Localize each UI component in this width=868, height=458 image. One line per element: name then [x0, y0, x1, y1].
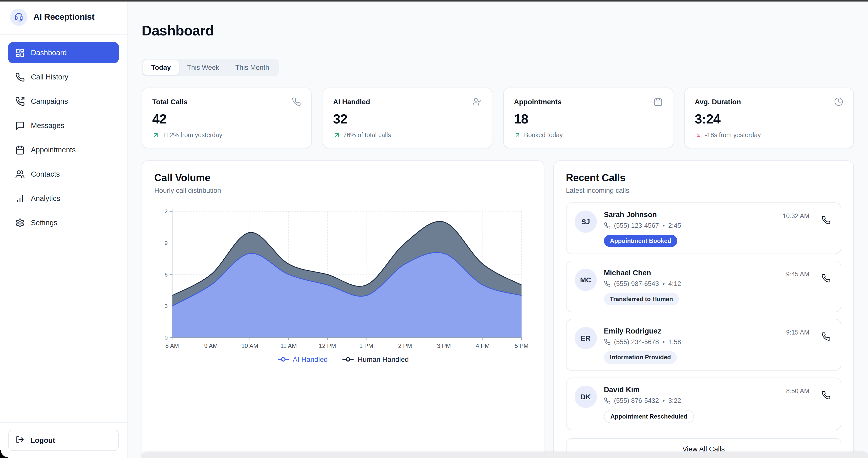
call-duration: 4:12	[668, 280, 681, 287]
stat-label: AI Handled	[333, 97, 370, 105]
call-item-emily-rodriguez: EREmily Rodriguez(555) 234-5678•1:58Info…	[566, 319, 841, 371]
log-out-icon	[16, 435, 24, 445]
avatar: ER	[575, 327, 597, 349]
call-back-button[interactable]	[819, 330, 833, 343]
message-icon	[15, 121, 25, 130]
svg-text:12: 12	[161, 208, 168, 214]
phone-outgoing-icon	[15, 96, 25, 106]
stat-value: 42	[152, 111, 301, 127]
sidebar: AI Receptionist DashboardCall HistoryCam…	[0, 0, 127, 458]
sidebar-item-call-history[interactable]: Call History	[8, 66, 119, 88]
call-item-sarah-johnson: SJSarah Johnson(555) 123-4567•2:45Appoin…	[566, 202, 841, 254]
stat-label: Avg. Duration	[695, 97, 741, 105]
stat-trend-text: -18s from yesterday	[705, 131, 761, 139]
arrow-down-right-icon	[695, 131, 702, 139]
app-logo: AI Receptionist	[0, 0, 127, 35]
stat-label: Total Calls	[152, 97, 188, 105]
caller-name: Michael Chen	[604, 269, 779, 277]
stat-card-avg-duration: Avg. Duration3:24-18s from yesterday	[684, 87, 854, 148]
users-icon	[15, 169, 25, 179]
call-time: 9:15 AM	[786, 329, 809, 336]
window-bottom-edge	[142, 452, 868, 458]
tab-this-month[interactable]: This Month	[227, 60, 277, 74]
call-volume-subtitle: Hourly call distribution	[154, 186, 531, 194]
call-duration: 1:58	[668, 338, 681, 346]
sidebar-item-contacts[interactable]: Contacts	[8, 163, 119, 185]
logout-label: Logout	[30, 436, 55, 444]
user-check-icon	[472, 97, 482, 106]
separator: •	[662, 280, 665, 287]
sidebar-item-label: Contacts	[31, 170, 60, 178]
stats-row: Total Calls42+12% from yesterdayAI Handl…	[142, 87, 854, 148]
tab-this-week[interactable]: This Week	[179, 60, 227, 74]
call-volume-title: Call Volume	[154, 172, 531, 183]
page-title: Dashboard	[142, 23, 854, 39]
call-volume-panel: Call Volume Hourly call distribution 036…	[142, 160, 544, 458]
sidebar-item-label: Analytics	[31, 194, 60, 203]
gear-icon	[15, 218, 25, 227]
caller-phone: (555) 234-5678	[614, 338, 659, 346]
legend-line-icon	[277, 356, 289, 362]
sidebar-item-campaigns[interactable]: Campaigns	[8, 91, 119, 112]
stat-card-total-calls: Total Calls42+12% from yesterday	[142, 87, 311, 148]
tab-today[interactable]: Today	[143, 60, 179, 74]
phone-icon	[604, 397, 610, 404]
phone-icon	[291, 97, 301, 106]
svg-text:9 AM: 9 AM	[204, 342, 218, 349]
logout-button[interactable]: Logout	[8, 430, 119, 451]
sidebar-item-dashboard[interactable]: Dashboard	[8, 42, 119, 63]
call-outcome-badge: Transferred to Human	[604, 293, 679, 305]
clock-icon	[834, 97, 843, 106]
dashboard-icon	[15, 48, 25, 57]
call-back-button[interactable]	[819, 213, 833, 226]
separator: •	[662, 397, 665, 404]
svg-text:1 PM: 1 PM	[360, 342, 373, 349]
call-outcome-badge: Information Provided	[604, 352, 677, 364]
stat-value: 32	[333, 111, 482, 127]
app-window: AI Receptionist DashboardCall HistoryCam…	[0, 0, 868, 458]
phone-icon	[604, 280, 610, 287]
caller-name: Sarah Johnson	[604, 210, 775, 218]
calendar-icon	[653, 97, 662, 106]
call-back-button[interactable]	[819, 389, 833, 402]
stat-label: Appointments	[514, 97, 561, 105]
call-item-david-kim: DKDavid Kim(555) 876-5432•3:22Appointmen…	[566, 377, 841, 430]
sidebar-item-label: Messages	[31, 121, 64, 129]
avatar: MC	[575, 269, 597, 291]
legend-line-icon	[342, 356, 354, 362]
svg-text:9: 9	[164, 240, 168, 246]
sidebar-item-messages[interactable]: Messages	[8, 115, 119, 136]
sidebar-nav: DashboardCall HistoryCampaignsMessagesAp…	[0, 35, 127, 422]
svg-text:8 AM: 8 AM	[165, 342, 179, 349]
call-outcome-badge: Appointment Booked	[604, 235, 677, 247]
sidebar-item-label: Campaigns	[31, 97, 68, 105]
stat-trend-text: 76% of total calls	[343, 131, 391, 139]
call-time: 8:50 AM	[786, 388, 809, 395]
sidebar-item-label: Appointments	[31, 146, 75, 154]
svg-text:4 PM: 4 PM	[476, 342, 490, 349]
recent-calls-panel: Recent Calls Latest incoming calls SJSar…	[553, 160, 854, 458]
sidebar-item-appointments[interactable]: Appointments	[8, 139, 119, 160]
caller-name: Emily Rodriguez	[604, 327, 779, 335]
sidebar-item-settings[interactable]: Settings	[8, 212, 119, 233]
calls-list: SJSarah Johnson(555) 123-4567•2:45Appoin…	[566, 202, 841, 430]
call-duration: 3:22	[668, 397, 681, 404]
phone-icon	[604, 222, 610, 228]
separator: •	[662, 221, 665, 229]
caller-phone: (555) 987-6543	[614, 280, 659, 287]
arrow-up-right-icon	[333, 131, 340, 139]
svg-text:11 AM: 11 AM	[280, 342, 297, 349]
main-content: Dashboard TodayThis WeekThis Month Total…	[127, 0, 868, 458]
stat-value: 3:24	[695, 111, 843, 127]
sidebar-item-label: Dashboard	[31, 49, 67, 57]
headset-icon	[10, 9, 27, 26]
sidebar-item-analytics[interactable]: Analytics	[8, 188, 119, 209]
svg-text:6: 6	[164, 271, 168, 278]
caller-name: David Kim	[604, 386, 779, 394]
svg-text:2 PM: 2 PM	[398, 342, 412, 349]
phone-icon	[15, 72, 25, 82]
window-top-edge	[0, 0, 868, 2]
avatar: DK	[575, 386, 597, 408]
svg-text:5 PM: 5 PM	[515, 342, 529, 349]
call-back-button[interactable]	[819, 272, 833, 285]
